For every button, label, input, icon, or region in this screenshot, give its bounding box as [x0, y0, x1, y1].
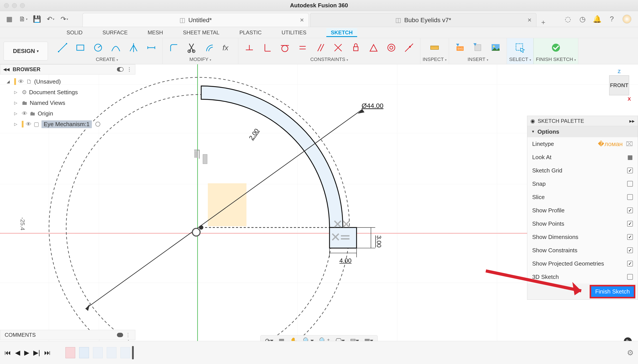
perpendicular-constraint-icon[interactable] [332, 42, 344, 54]
parameters-icon[interactable]: fx [221, 42, 233, 54]
ribbon-tab-mesh[interactable]: MESH [148, 28, 163, 37]
data-panel-icon[interactable]: ▦ [5, 15, 13, 23]
midpoint-constraint-icon[interactable] [368, 42, 379, 54]
checkbox[interactable] [627, 248, 633, 253]
timeline-feature[interactable] [79, 347, 89, 358]
fix-constraint-icon[interactable] [350, 42, 362, 54]
select-tool-icon[interactable] [514, 42, 526, 54]
workspace-switcher[interactable]: DESIGN [4, 42, 48, 60]
minimize-window-icon[interactable] [12, 3, 17, 8]
expand-icon[interactable]: ◢ [7, 79, 12, 84]
extensions-icon[interactable]: ◌ [564, 15, 572, 23]
job-status-icon[interactable]: ◷ [578, 15, 586, 23]
close-tab-icon[interactable]: ✕ [527, 17, 532, 23]
comments-panel-header[interactable]: COMMENTS ⋮ [0, 330, 135, 340]
palette-header[interactable]: ◉ SKETCH PALETTE ▸▸ [527, 116, 638, 126]
redo-icon[interactable]: ↷ [60, 15, 68, 23]
timeline-start-icon[interactable]: ⏮ [5, 349, 11, 356]
ribbon-group-label[interactable]: CONSTRAINTS [310, 56, 348, 62]
horizontal-constraint-icon[interactable] [244, 42, 255, 54]
circle-tool-icon[interactable] [92, 42, 104, 54]
tree-item-eye-mechanism[interactable]: ▷ 👁 ▢ Eye Mechanism:1 [0, 119, 135, 130]
ribbon-group-label[interactable]: INSERT [468, 56, 488, 62]
tangent-constraint-icon[interactable] [279, 42, 291, 54]
insert-image-icon[interactable] [490, 42, 501, 54]
viewcube[interactable]: Z FRONT X [607, 69, 631, 102]
dimension-diameter[interactable]: Ø44.00 [362, 102, 383, 110]
ribbon-group-label[interactable]: MODIFY [189, 56, 211, 62]
mirror-tool-icon[interactable] [128, 42, 139, 54]
timeline-end-icon[interactable]: ⏭ [44, 349, 51, 356]
offset-tool-icon[interactable] [203, 42, 215, 54]
save-icon[interactable]: 💾 [33, 15, 41, 23]
parallel-constraint-icon[interactable] [315, 42, 326, 54]
palette-section-options[interactable]: Options [527, 126, 638, 137]
linetype-centerline-icon[interactable]: ⌧ [626, 140, 633, 148]
browser-header[interactable]: ◀◀ BROWSER ⋮ [0, 64, 135, 74]
zoom-window-icon[interactable] [20, 3, 25, 8]
tree-item-document-settings[interactable]: ▷ ⚙ Document Settings [0, 87, 135, 98]
dimension-tool-icon[interactable] [146, 42, 157, 54]
user-avatar[interactable] [622, 15, 631, 24]
checkbox[interactable] [627, 234, 633, 240]
activate-radio[interactable] [95, 122, 100, 126]
insert-svg-icon[interactable]: SVG [454, 42, 466, 54]
tree-item-named-views[interactable]: ▷ 🖿 Named Views [0, 98, 135, 108]
browser-toggle[interactable] [117, 67, 124, 72]
ribbon-tab-sheetmetal[interactable]: SHEET METAL [183, 28, 219, 37]
lookat-icon[interactable]: ▦ [627, 154, 633, 161]
finish-sketch-button[interactable]: Finish Sketch [590, 286, 635, 298]
linetype-construction-icon[interactable]: �ломан [598, 140, 623, 148]
pin-icon[interactable]: ▸▸ [629, 118, 635, 124]
timeline-settings-icon[interactable]: ⚙ [627, 348, 633, 357]
timeline-step-fwd-icon[interactable]: ▶| [33, 349, 40, 356]
checkbox[interactable] [627, 221, 633, 226]
visibility-icon[interactable]: 👁 [18, 78, 24, 85]
tree-item-origin[interactable]: ▷ 👁 🖿 Origin [0, 108, 135, 119]
canvas-workspace[interactable]: Ø44.00 2.00 4.00 3.00 -25.4 ◀◀ BROWSER ⋮… [0, 64, 638, 341]
checkbox[interactable] [627, 168, 633, 173]
trim-tool-icon[interactable] [186, 42, 197, 54]
ribbon-tab-surface[interactable]: SURFACE [103, 28, 128, 37]
concentric-constraint-icon[interactable] [386, 42, 397, 54]
timeline-feature[interactable] [121, 347, 130, 358]
checkbox[interactable] [627, 181, 633, 187]
ribbon-tab-plastic[interactable]: PLASTIC [239, 28, 262, 37]
tree-root[interactable]: ◢ 👁 🗋 (Unsaved) [0, 76, 135, 87]
timeline-feature[interactable] [107, 347, 117, 358]
checkbox[interactable] [627, 274, 633, 280]
file-menu-icon[interactable]: 🗎 [19, 15, 27, 23]
comments-toggle[interactable] [117, 333, 123, 337]
timeline-feature-sketch[interactable] [66, 347, 75, 358]
timeline-play-icon[interactable]: ▶ [24, 349, 29, 356]
collapse-icon[interactable]: ◀◀ [3, 67, 10, 72]
rectangle-tool-icon[interactable] [75, 42, 86, 54]
ribbon-group-label[interactable]: FINISH SKETCH [536, 56, 576, 62]
ribbon-tab-sketch[interactable]: SKETCH [326, 28, 357, 37]
ribbon-tab-utilities[interactable]: UTILITIES [282, 28, 306, 37]
vertical-constraint-icon[interactable] [261, 42, 273, 54]
expand-icon[interactable]: ▷ [14, 90, 20, 95]
expand-icon[interactable]: ▷ [14, 111, 20, 116]
panel-grip-icon[interactable]: ⋮ [125, 332, 131, 338]
panel-grip-icon[interactable]: ⋮ [127, 66, 132, 72]
dimension-tab-width[interactable]: 4.00 [339, 257, 352, 264]
coincident-constraint-icon[interactable] [403, 42, 415, 54]
checkbox[interactable] [627, 194, 633, 200]
arc-tool-icon[interactable] [110, 42, 122, 54]
insert-dxf-icon[interactable] [472, 42, 484, 54]
ribbon-group-label[interactable]: INSPECT [423, 56, 447, 62]
help-icon[interactable]: ? [608, 15, 616, 23]
fillet-tool-icon[interactable] [168, 42, 180, 54]
checkbox[interactable] [627, 208, 633, 213]
finish-sketch-icon[interactable] [550, 42, 562, 54]
visibility-icon[interactable]: 👁 [22, 110, 28, 117]
close-tab-icon[interactable]: ✕ [300, 17, 304, 23]
line-tool-icon[interactable] [57, 42, 68, 54]
timeline-playhead[interactable] [132, 346, 134, 359]
document-tab-untitled[interactable]: ◫ Untitled* ✕ [83, 13, 309, 27]
equal-constraint-icon[interactable] [297, 42, 308, 54]
document-tab-bubo[interactable]: ◫ Bubo Eyelids v7* ✕ [310, 13, 536, 27]
new-tab-button[interactable]: ＋ [538, 18, 549, 27]
expand-icon[interactable]: ▷ [14, 100, 20, 105]
